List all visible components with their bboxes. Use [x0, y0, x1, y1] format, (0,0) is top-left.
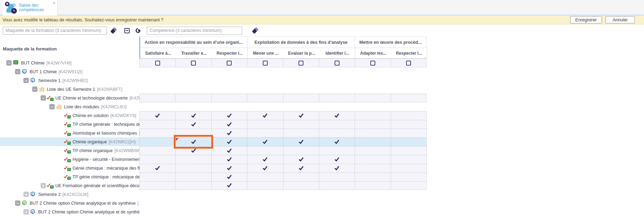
- matrix-cell[interactable]: [212, 138, 247, 146]
- collapse-node-icon[interactable]: −: [15, 69, 20, 74]
- matrix-cell[interactable]: [247, 120, 283, 129]
- matrix-cell[interactable]: [391, 155, 427, 164]
- tree-row[interactable]: −Liste des modules[K42WCL6U]: [0, 102, 644, 111]
- matrix-cell[interactable]: [283, 129, 319, 137]
- tab-saisie-des-competences[interactable]: ✱ ✎ Saisie des compétences ×: [3, 0, 57, 15]
- tree-row[interactable]: TP chimie générale : techniques de ba...: [0, 120, 644, 129]
- matrix-cell[interactable]: [140, 59, 176, 67]
- matrix-cell[interactable]: [355, 164, 391, 172]
- tree-row[interactable]: −CBUT 1 Chimie[K42W91QI]: [0, 67, 644, 76]
- tree-row[interactable]: TP chimie organique[K42WMBIM]: [0, 146, 644, 155]
- matrix-cell[interactable]: [391, 138, 427, 146]
- matrix-cell[interactable]: [319, 147, 355, 155]
- matrix-cell[interactable]: [355, 59, 391, 67]
- matrix-cell[interactable]: [355, 155, 391, 164]
- clear-formation-filter-button[interactable]: [109, 26, 118, 35]
- tree-row[interactable]: −CSemestre 1[K42W9HB2]: [0, 76, 644, 85]
- matrix-cell[interactable]: [319, 173, 355, 181]
- matrix-cell[interactable]: [212, 111, 247, 120]
- matrix-cell[interactable]: [176, 59, 211, 67]
- matrix-cell[interactable]: [212, 164, 247, 172]
- matrix-cell[interactable]: [247, 164, 283, 172]
- matrix-cell[interactable]: [176, 173, 211, 181]
- matrix-cell[interactable]: [391, 94, 427, 102]
- formation-filter-input[interactable]: [3, 27, 107, 35]
- matrix-cell[interactable]: [283, 164, 319, 172]
- matrix-cell[interactable]: [212, 59, 247, 67]
- matrix-cell[interactable]: [283, 94, 319, 102]
- matrix-cell[interactable]: [283, 138, 319, 146]
- tree-row[interactable]: Atomistique et liaisons chimiques[K4...: [0, 129, 644, 137]
- collapse-node-icon[interactable]: −: [41, 95, 46, 101]
- matrix-cell[interactable]: [283, 147, 319, 155]
- matrix-cell[interactable]: [355, 173, 391, 181]
- matrix-cell[interactable]: [319, 155, 355, 164]
- matrix-cell[interactable]: [212, 182, 247, 190]
- collapse-node-icon[interactable]: −: [6, 60, 12, 66]
- matrix-cell[interactable]: [319, 111, 355, 120]
- expand-node-icon[interactable]: +: [23, 192, 29, 197]
- matrix-cell[interactable]: [355, 120, 391, 129]
- matrix-cell[interactable]: [140, 94, 176, 102]
- matrix-cell[interactable]: [319, 59, 355, 67]
- matrix-cell[interactable]: [319, 164, 355, 172]
- matrix-cell[interactable]: [176, 138, 211, 146]
- tree-row[interactable]: −BUT Chimie[K42W7VH8]: [0, 59, 644, 67]
- tab-close-icon[interactable]: ×: [53, 1, 55, 5]
- matrix-cell[interactable]: [391, 111, 427, 120]
- matrix-cell[interactable]: [140, 138, 176, 146]
- tree-row[interactable]: +UE Formation générale et scientifique d…: [0, 181, 644, 190]
- matrix-cell[interactable]: [391, 164, 427, 172]
- matrix-cell[interactable]: [391, 173, 427, 181]
- matrix-cell[interactable]: [355, 94, 391, 102]
- matrix-cell[interactable]: [140, 111, 176, 120]
- matrix-cell[interactable]: [283, 182, 319, 190]
- matrix-cell[interactable]: [212, 155, 247, 164]
- matrix-cell[interactable]: [391, 129, 427, 137]
- matrix-cell[interactable]: [176, 164, 211, 172]
- matrix-cell[interactable]: [140, 182, 176, 190]
- matrix-cell[interactable]: [319, 182, 355, 190]
- competence-filter-input[interactable]: [147, 27, 242, 35]
- matrix-cell[interactable]: [212, 94, 247, 102]
- matrix-cell[interactable]: [319, 120, 355, 129]
- matrix-cell[interactable]: [247, 155, 283, 164]
- tree-row[interactable]: −PBUT 2 Chimie option Chimie analytique …: [0, 199, 644, 207]
- matrix-cell[interactable]: [140, 164, 176, 172]
- matrix-cell[interactable]: [247, 94, 283, 102]
- matrix-cell[interactable]: [247, 147, 283, 155]
- matrix-cell[interactable]: [283, 173, 319, 181]
- expand-node-icon[interactable]: +: [23, 209, 29, 214]
- expand-node-icon[interactable]: +: [41, 183, 46, 188]
- matrix-cell[interactable]: [283, 155, 319, 164]
- tree-row[interactable]: +CSemestre 2[K42XCGLW]: [0, 190, 644, 199]
- cancel-button[interactable]: Annuler: [605, 16, 635, 23]
- collapse-node-icon[interactable]: −: [32, 87, 37, 92]
- matrix-cell[interactable]: [212, 120, 247, 129]
- tree-row[interactable]: TP génie chimique : mécanique des flu...: [0, 172, 644, 181]
- matrix-cell[interactable]: [140, 120, 176, 129]
- tree-row[interactable]: Chimie organique[K42WKCQH]: [0, 137, 644, 146]
- tree-row[interactable]: −UE Chimie et technologie découverte[K42…: [0, 94, 644, 102]
- matrix-cell[interactable]: [176, 155, 211, 164]
- matrix-cell[interactable]: [140, 147, 176, 155]
- matrix-cell[interactable]: [319, 94, 355, 102]
- collapse-node-icon[interactable]: −: [15, 200, 20, 206]
- matrix-cell[interactable]: [355, 138, 391, 146]
- matrix-cell[interactable]: [140, 173, 176, 181]
- matrix-cell[interactable]: [247, 111, 283, 120]
- matrix-cell[interactable]: [212, 173, 247, 181]
- tree-row[interactable]: +CBUT 2 Chimie option Chimie analytique …: [0, 207, 644, 216]
- matrix-cell[interactable]: [247, 129, 283, 137]
- tree-row[interactable]: −Liste des UE Semestre 1[K42WABFT]: [0, 85, 644, 94]
- matrix-cell[interactable]: [391, 120, 427, 129]
- save-button[interactable]: Enregistrer: [570, 16, 602, 23]
- matrix-cell[interactable]: [247, 138, 283, 146]
- matrix-cell[interactable]: [355, 111, 391, 120]
- collapse-all-button[interactable]: [122, 26, 131, 35]
- matrix-cell[interactable]: [247, 173, 283, 181]
- tree-row[interactable]: Chimie en solution[K42WDKY8]: [0, 111, 644, 120]
- matrix-cell[interactable]: [283, 120, 319, 129]
- matrix-cell[interactable]: [140, 155, 176, 164]
- matrix-cell[interactable]: [247, 59, 283, 67]
